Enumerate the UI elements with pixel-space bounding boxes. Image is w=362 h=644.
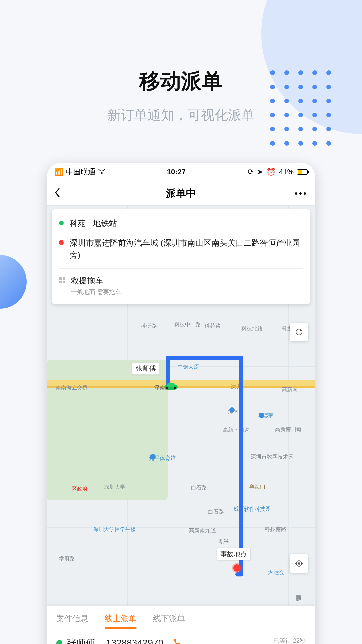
nav-title: 派单中 [68, 186, 294, 200]
map-label: 南南海立交桥 [56, 384, 88, 391]
svg-point-1 [167, 383, 175, 387]
map-label: 区政府 [72, 486, 88, 493]
refresh-icon [295, 328, 303, 336]
map-label: 白石路 [208, 508, 224, 516]
map-label: 科研路 [141, 323, 157, 330]
map-label: 深圳大学 [104, 484, 125, 491]
refresh-button[interactable] [290, 323, 308, 341]
alarm-icon: ⏰ [266, 168, 276, 176]
map-label: 粤兴 [218, 538, 229, 545]
map-label: 科苑路 [204, 323, 221, 330]
map-label: 深圳大学留学生楼 [93, 526, 136, 533]
promo-title: 移动派单 [0, 67, 362, 95]
back-button[interactable] [54, 187, 68, 200]
map-label: 科技北路 [241, 325, 263, 332]
origin-row: 科苑 - 地铁站 [59, 217, 303, 229]
more-button[interactable]: ••• [294, 188, 308, 199]
service-title: 救援拖车 [71, 275, 121, 286]
driver-car-icon [164, 381, 178, 390]
map-poi-marker [229, 407, 235, 413]
map-label: 大运会 [268, 569, 284, 576]
map-label: 高新南四道 [275, 426, 302, 433]
service-subtitle: 一般地面 需要拖车 [71, 288, 121, 296]
accident-marker [233, 564, 241, 572]
decor-circle-bottom-left [0, 255, 27, 309]
promo-subtitle: 新订单通知，可视化派单 [0, 106, 362, 124]
origin-text: 科苑 - 地铁站 [70, 217, 117, 229]
destination-row: 深圳市嘉进隆前海汽车城 (深圳市南山区南头关口二路智恒产业园旁) [59, 237, 303, 261]
svg-point-3 [174, 387, 176, 390]
rotation-lock-icon: ⟳ [248, 168, 254, 176]
map-label: 高新南 [282, 386, 298, 393]
destination-text: 深圳市嘉进隆前海汽车城 (深圳市南山区南头关口二路智恒产业园旁) [70, 237, 303, 261]
wait-time: 已等待 22秒 [273, 637, 306, 644]
map-view[interactable]: 科研路 科技中二路 科苑路 科技北路 科发路 南南海立交桥 深南大 中钢大厦 深… [47, 205, 315, 644]
svg-point-2 [166, 387, 168, 390]
nav-bar: 派单中 ••• [47, 181, 315, 205]
driver-name: 张师傅 [67, 637, 95, 644]
map-poi-marker [259, 413, 264, 418]
tab-offline-dispatch[interactable]: 线下派单 [153, 613, 185, 629]
status-time: 10:27 [105, 168, 248, 176]
driver-phone: 13288342970 [106, 638, 163, 644]
phone-icon [173, 638, 181, 644]
locate-button[interactable] [290, 554, 308, 573]
phone-frame: 📶 中国联通 10:27 ⟳ ➤ ⏰ 41% 派单中 ••• 科研路 科技中二路 [47, 163, 315, 644]
location-icon: ➤ [257, 168, 263, 176]
bottom-sheet: 案件信息 线上派单 线下派单 张师傅 13288342970 大汉拖车服务公司 [47, 606, 315, 644]
destination-dot-icon [59, 240, 64, 245]
tabs: 案件信息 线上派单 线下派单 [47, 606, 315, 629]
tab-online-dispatch[interactable]: 线上派单 [105, 613, 137, 629]
map-label: 威新软件科技园 [233, 506, 271, 513]
wifi-icon [98, 168, 105, 176]
map-label: 科技南路 [265, 526, 286, 533]
tab-case-info[interactable]: 案件信息 [56, 613, 88, 629]
map-label: 学府路 [59, 555, 75, 562]
battery-pct: 41% [279, 168, 294, 176]
call-button[interactable] [173, 638, 181, 644]
origin-dot-icon [59, 221, 64, 225]
locate-icon [295, 559, 303, 568]
svg-point-5 [298, 562, 300, 565]
map-label: 白石路 [191, 484, 207, 491]
carrier-label: 中国联通 [66, 167, 96, 177]
trip-info-card: 科苑 - 地铁站 深圳市嘉进隆前海汽车城 (深圳市南山区南头关口二路智恒产业园旁… [52, 209, 310, 304]
map-label: 高新南九道 [189, 527, 216, 534]
driver-map-label[interactable]: 张师傅 [132, 362, 160, 375]
battery-icon [297, 169, 308, 175]
map-label: 深大 [231, 384, 241, 391]
signal-icon: 📶 [54, 168, 63, 176]
driver-status-dot-icon [56, 640, 62, 644]
map-poi-marker [150, 454, 156, 460]
category-icon [59, 277, 65, 283]
chevron-left-icon [54, 188, 60, 197]
map-label: 科技中二路 [174, 321, 201, 328]
map-label: 中钢大厦 [178, 364, 199, 371]
map-label: 高新南四道 [223, 427, 249, 434]
map-label: 粤海门 [249, 484, 265, 491]
service-row: 救援拖车 一般地面 需要拖车 [59, 268, 303, 296]
accident-map-label[interactable]: 事故地点 [217, 548, 251, 560]
map-label: 深圳市数字技术园 [251, 453, 294, 461]
status-bar: 📶 中国联通 10:27 ⟳ ➤ ⏰ 41% [47, 163, 315, 181]
